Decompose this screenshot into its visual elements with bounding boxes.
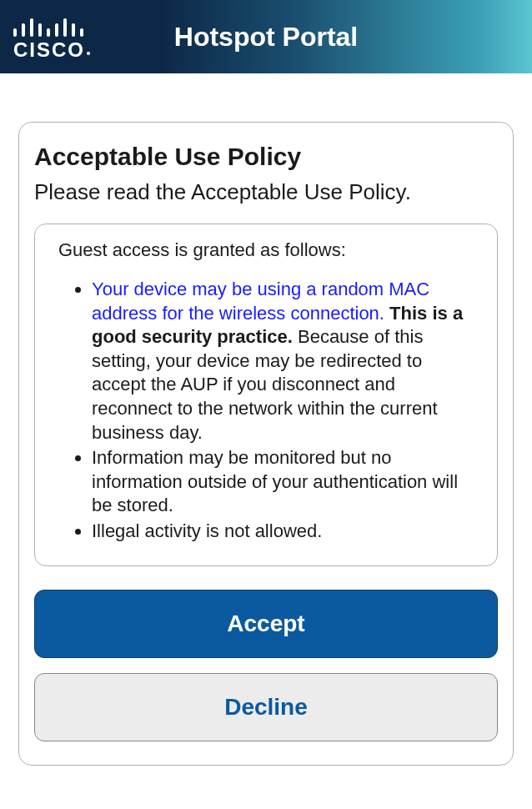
policy-intro: Guest access is granted as follows:: [58, 239, 477, 261]
policy-text: Illegal activity is not allowed.: [92, 520, 322, 541]
svg-text:CISCO: CISCO: [13, 38, 85, 61]
policy-box: Guest access is granted as follows: Your…: [34, 224, 498, 566]
card-title: Acceptable Use Policy: [34, 143, 498, 171]
policy-highlight-text: Your device may be using a random MAC ad…: [92, 279, 429, 324]
list-item: Illegal activity is not allowed.: [92, 520, 477, 544]
aup-card: Acceptable Use Policy Please read the Ac…: [18, 122, 514, 766]
card-subtitle: Please read the Acceptable Use Policy.: [34, 179, 498, 205]
svg-point-10: [87, 52, 90, 55]
policy-list: Your device may be using a random MAC ad…: [58, 278, 477, 544]
cisco-logo: CISCO: [8, 15, 100, 65]
list-item: Your device may be using a random MAC ad…: [92, 278, 477, 445]
accept-button[interactable]: Accept: [34, 590, 498, 658]
header-bar: CISCO Hotspot Portal: [0, 0, 532, 73]
list-item: Information may be monitored but no info…: [92, 446, 477, 518]
decline-button[interactable]: Decline: [34, 673, 498, 741]
policy-text: Information may be monitored but no info…: [92, 447, 458, 515]
